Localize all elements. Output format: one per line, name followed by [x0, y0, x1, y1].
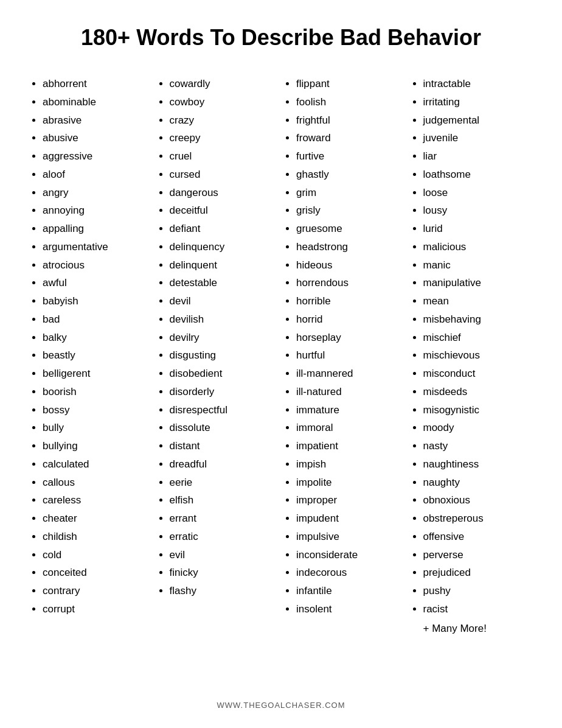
list-item: erratic: [170, 528, 279, 546]
list-item: bad: [43, 310, 151, 329]
list-item: disobedient: [170, 365, 279, 383]
list-item: manipulative: [423, 274, 532, 292]
column-4: intractableirritatingjudgementaljuvenile…: [411, 75, 532, 682]
list-item: appalling: [43, 220, 151, 238]
list-item: obstreperous: [423, 509, 532, 528]
list-item: misogynistic: [423, 401, 532, 419]
more-text: + Many More!: [411, 620, 532, 638]
list-item: immoral: [296, 419, 405, 437]
list-item: elfish: [170, 491, 279, 509]
list-item: intractable: [423, 75, 532, 93]
list-item: delinquent: [170, 256, 279, 275]
word-list-col2: cowardlycowboycrazycreepycruelcurseddang…: [158, 75, 279, 600]
word-list-col1: abhorrentabominableabrasiveabusiveaggres…: [30, 75, 151, 618]
list-item: dreadful: [170, 455, 279, 474]
word-list-container: abhorrentabominableabrasiveabusiveaggres…: [30, 75, 532, 682]
list-item: defiant: [170, 220, 279, 238]
list-item: corrupt: [43, 600, 151, 618]
list-item: racist: [423, 600, 532, 618]
list-item: irritating: [423, 93, 532, 111]
list-item: obnoxious: [423, 491, 532, 509]
page-title: 180+ Words To Describe Bad Behavior: [81, 24, 481, 51]
list-item: nasty: [423, 437, 532, 455]
list-item: flippant: [296, 75, 405, 93]
list-item: insolent: [296, 600, 405, 618]
list-item: disorderly: [170, 383, 279, 401]
list-item: naughtiness: [423, 455, 532, 474]
list-item: headstrong: [296, 238, 405, 256]
list-item: improper: [296, 491, 405, 509]
list-item: horseplay: [296, 329, 405, 347]
list-item: creepy: [170, 129, 279, 147]
list-item: bossy: [43, 401, 151, 419]
list-item: lousy: [423, 201, 532, 220]
footer-text: WWW.THEGOALCHASER.COM: [217, 701, 345, 710]
list-item: immature: [296, 401, 405, 419]
list-item: cheater: [43, 509, 151, 528]
list-item: devil: [170, 292, 279, 310]
list-item: indecorous: [296, 564, 405, 582]
list-item: impish: [296, 455, 405, 474]
list-item: calculated: [43, 455, 151, 474]
list-item: horrible: [296, 292, 405, 310]
column-2: cowardlycowboycrazycreepycruelcurseddang…: [158, 75, 279, 682]
list-item: furtive: [296, 147, 405, 166]
list-item: babyish: [43, 292, 151, 310]
list-item: infantile: [296, 582, 405, 600]
list-item: horrendous: [296, 274, 405, 292]
list-item: prejudiced: [423, 564, 532, 582]
list-item: hideous: [296, 256, 405, 275]
list-item: impulsive: [296, 528, 405, 546]
list-item: evil: [170, 546, 279, 564]
list-item: annoying: [43, 201, 151, 220]
list-item: abusive: [43, 129, 151, 147]
list-item: abominable: [43, 93, 151, 111]
list-item: pushy: [423, 582, 532, 600]
list-item: inconsiderate: [296, 546, 405, 564]
list-item: ghastly: [296, 166, 405, 184]
list-item: bullying: [43, 437, 151, 455]
word-list-col3: flippantfoolishfrightfulfrowardfurtivegh…: [284, 75, 405, 618]
list-item: dissolute: [170, 419, 279, 437]
list-item: cruel: [170, 147, 279, 166]
list-item: impatient: [296, 437, 405, 455]
list-item: cursed: [170, 166, 279, 184]
list-item: misbehaving: [423, 310, 532, 329]
list-item: frightful: [296, 111, 405, 130]
list-item: liar: [423, 147, 532, 166]
list-item: mischief: [423, 329, 532, 347]
list-item: ill-natured: [296, 383, 405, 401]
list-item: malicious: [423, 238, 532, 256]
list-item: perverse: [423, 546, 532, 564]
list-item: cowboy: [170, 93, 279, 111]
list-item: conceited: [43, 564, 151, 582]
list-item: childish: [43, 528, 151, 546]
list-item: loose: [423, 184, 532, 202]
list-item: balky: [43, 329, 151, 347]
list-item: bully: [43, 419, 151, 437]
list-item: awful: [43, 274, 151, 292]
list-item: ill-mannered: [296, 365, 405, 383]
list-item: naughty: [423, 474, 532, 492]
list-item: disrespectful: [170, 401, 279, 419]
list-item: boorish: [43, 383, 151, 401]
list-item: abrasive: [43, 111, 151, 130]
list-item: delinquency: [170, 238, 279, 256]
list-item: loathsome: [423, 166, 532, 184]
list-item: dangerous: [170, 184, 279, 202]
list-item: foolish: [296, 93, 405, 111]
list-item: offensive: [423, 528, 532, 546]
list-item: angry: [43, 184, 151, 202]
list-item: beastly: [43, 346, 151, 365]
list-item: grim: [296, 184, 405, 202]
list-item: flashy: [170, 582, 279, 600]
list-item: atrocious: [43, 256, 151, 275]
list-item: careless: [43, 491, 151, 509]
column-1: abhorrentabominableabrasiveabusiveaggres…: [30, 75, 151, 682]
list-item: deceitful: [170, 201, 279, 220]
list-item: errant: [170, 509, 279, 528]
list-item: disgusting: [170, 346, 279, 365]
list-item: impudent: [296, 509, 405, 528]
list-item: cold: [43, 546, 151, 564]
list-item: froward: [296, 129, 405, 147]
